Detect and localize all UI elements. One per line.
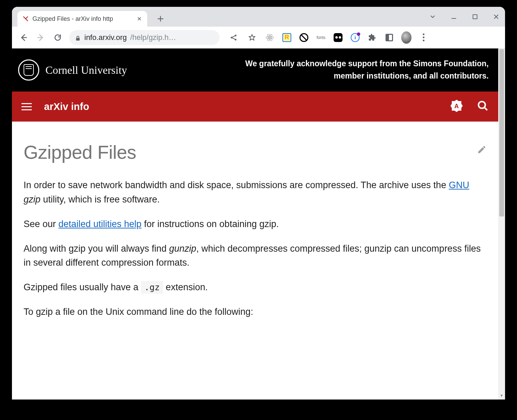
side-panel-icon[interactable] <box>384 32 394 43</box>
bookmark-star-icon[interactable] <box>246 32 258 43</box>
page-title: Gzipped Files <box>24 141 136 163</box>
paragraph-1: In order to save network bandwidth and d… <box>24 178 487 207</box>
tab-search-button[interactable] <box>428 12 437 22</box>
nav-reload-button[interactable] <box>50 30 65 45</box>
window-controls <box>428 7 501 27</box>
url-bar[interactable]: info.arxiv.org/help/gzip.h… <box>69 30 220 45</box>
window-minimize-icon[interactable] <box>449 12 459 22</box>
tab-close-icon[interactable] <box>136 16 142 22</box>
browser-toolbar: info.arxiv.org/help/gzip.h… R fonts i <box>12 27 505 48</box>
extensions-menu-icon[interactable] <box>367 32 377 43</box>
extension-react-devtools-icon[interactable] <box>265 32 275 43</box>
page-content: Cornell University We gratefully acknowl… <box>12 48 498 400</box>
link-gnu[interactable]: GNU <box>449 180 469 190</box>
scrollbar-thumb[interactable] <box>499 49 504 216</box>
new-tab-button[interactable] <box>153 11 168 27</box>
cornell-seal-icon <box>18 59 39 81</box>
browser-window: Gzipped Files - arXiv info http <box>12 7 505 400</box>
menu-hamburger-icon[interactable] <box>22 103 32 110</box>
article-body: Gzipped Files In order to save network b… <box>12 122 498 319</box>
extension-onepassword-icon[interactable]: i <box>350 32 360 43</box>
scrollbar-down-icon[interactable]: ▾ <box>498 393 505 398</box>
nav-back-button[interactable] <box>16 30 31 45</box>
url-path: /help/gzip.h… <box>130 33 176 42</box>
svg-text:A: A <box>455 103 459 110</box>
vertical-scrollbar[interactable]: ▾ <box>498 48 505 400</box>
svg-point-5 <box>269 37 270 38</box>
extension-r-icon[interactable]: R <box>282 32 292 43</box>
extension-fonts-icon[interactable]: fonts <box>316 32 326 43</box>
paragraph-5: To gzip a file on the Unix command line … <box>24 305 487 319</box>
accessibility-badge-icon[interactable]: A <box>450 99 463 114</box>
tab-favicon-arxiv-icon <box>22 15 29 22</box>
nav-forward-button[interactable] <box>33 30 48 45</box>
search-icon[interactable] <box>477 100 489 113</box>
lock-icon <box>75 34 81 41</box>
edit-pencil-icon[interactable] <box>477 145 487 156</box>
url-host: info.arxiv.org <box>84 33 127 42</box>
share-icon[interactable] <box>228 32 239 43</box>
svg-point-11 <box>478 101 485 108</box>
window-maximize-icon[interactable] <box>470 12 480 22</box>
window-close-icon[interactable] <box>491 12 501 22</box>
tab-strip: Gzipped Files - arXiv info http <box>12 7 505 27</box>
extension-flickr-icon[interactable] <box>333 32 343 43</box>
cornell-header: Cornell University We gratefully acknowl… <box>12 48 498 92</box>
svg-rect-1 <box>76 38 80 41</box>
link-detailed-utilities[interactable]: detailed utilities help <box>58 219 141 229</box>
cornell-name: Cornell University <box>45 64 127 76</box>
tab-title: Gzipped Files - arXiv info http <box>32 15 133 23</box>
extension-block-icon[interactable] <box>299 32 309 43</box>
viewport: Cornell University We gratefully acknowl… <box>12 48 505 400</box>
arxiv-header: arXiv info A <box>12 92 498 122</box>
cornell-acknowledgement: We gratefully acknowledge support from t… <box>243 58 489 82</box>
browser-tab[interactable]: Gzipped Files - arXiv info http <box>17 11 147 27</box>
browser-menu-icon[interactable] <box>418 32 429 43</box>
code-gz-extension: .gz <box>141 281 163 294</box>
cornell-brand[interactable]: Cornell University <box>18 59 127 81</box>
profile-avatar[interactable] <box>401 32 411 43</box>
paragraph-4: Gzipped files usually have a .gz extensi… <box>24 280 487 295</box>
toolbar-actions: R fonts i <box>228 32 429 43</box>
arxiv-site-title[interactable]: arXiv info <box>44 101 89 112</box>
paragraph-3: Along with gzip you will always find gun… <box>24 242 487 270</box>
svg-rect-0 <box>473 15 477 19</box>
paragraph-2: See our detailed utilities help for inst… <box>24 217 487 232</box>
